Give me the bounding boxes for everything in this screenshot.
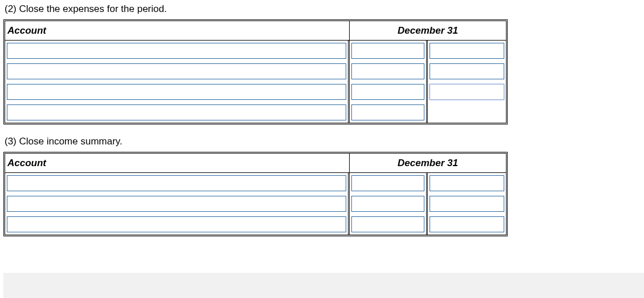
account-input[interactable] xyxy=(7,63,346,79)
debit-input[interactable] xyxy=(351,196,424,212)
credit-input[interactable] xyxy=(430,43,504,59)
account-input[interactable] xyxy=(7,175,346,191)
credit-input[interactable] xyxy=(430,63,504,79)
credit-input[interactable] xyxy=(430,196,504,212)
header-account: Account xyxy=(5,21,350,41)
credit-input[interactable] xyxy=(430,175,504,191)
header-account: Account xyxy=(5,154,350,173)
debit-input[interactable] xyxy=(351,63,424,79)
header-date: December 31 xyxy=(350,154,506,173)
account-input[interactable] xyxy=(7,43,346,59)
account-input[interactable] xyxy=(7,84,346,100)
debit-input[interactable] xyxy=(351,175,424,191)
account-input[interactable] xyxy=(7,216,346,232)
debit-input[interactable] xyxy=(351,43,424,59)
debit-input[interactable] xyxy=(351,104,424,120)
section2-prompt: (2) Close the expenses for the period. xyxy=(3,3,644,15)
account-input[interactable] xyxy=(7,104,346,120)
credit-input-active[interactable] xyxy=(430,84,504,100)
section3-prompt: (3) Close income summary. xyxy=(3,136,644,147)
credit-blank xyxy=(430,104,504,120)
credit-input[interactable] xyxy=(430,216,504,232)
debit-input[interactable] xyxy=(351,84,424,100)
debit-input[interactable] xyxy=(351,216,424,232)
header-date: December 31 xyxy=(350,21,506,41)
footer-band xyxy=(3,273,644,298)
journal-table-section3: Account December 31 xyxy=(3,152,508,236)
account-input[interactable] xyxy=(7,196,346,212)
journal-table-section2: Account December 31 xyxy=(3,19,508,124)
